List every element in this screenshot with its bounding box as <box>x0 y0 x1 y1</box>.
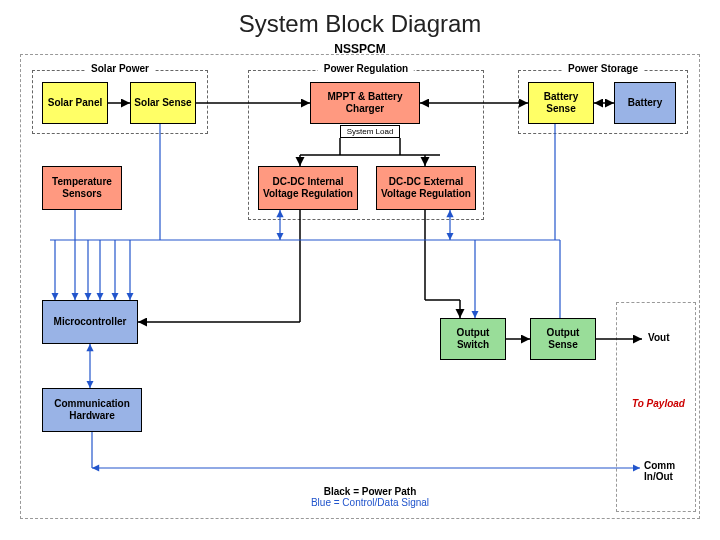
label-to-payload: To Payload <box>632 398 685 409</box>
block-dcdc-int: DC-DC Internal Voltage Regulation <box>258 166 358 210</box>
block-output-sense: Output Sense <box>530 318 596 360</box>
block-mppt: MPPT & Battery Charger <box>310 82 420 124</box>
legend: Black = Power Path Blue = Control/Data S… <box>280 486 460 508</box>
group-solar-label: Solar Power <box>85 63 155 74</box>
legend-blue: Blue = Control/Data Signal <box>280 497 460 508</box>
block-solar-panel: Solar Panel <box>42 82 108 124</box>
group-storage-label: Power Storage <box>562 63 644 74</box>
block-battery: Battery <box>614 82 676 124</box>
block-output-switch: Output Switch <box>440 318 506 360</box>
label-vout: Vout <box>648 332 669 343</box>
group-regulation-label: Power Regulation <box>318 63 414 74</box>
legend-black: Black = Power Path <box>280 486 460 497</box>
block-dcdc-ext: DC-DC External Voltage Regulation <box>376 166 476 210</box>
block-microcontroller: Microcontroller <box>42 300 138 344</box>
block-battery-sense: Battery Sense <box>528 82 594 124</box>
block-system-load: System Load <box>340 125 400 138</box>
page-title: System Block Diagram <box>0 10 720 38</box>
block-solar-sense: Solar Sense <box>130 82 196 124</box>
label-comm-inout: Comm In/Out <box>644 460 694 482</box>
block-temp-sensors: Temperature Sensors <box>42 166 122 210</box>
block-comm-hw: Communication Hardware <box>42 388 142 432</box>
